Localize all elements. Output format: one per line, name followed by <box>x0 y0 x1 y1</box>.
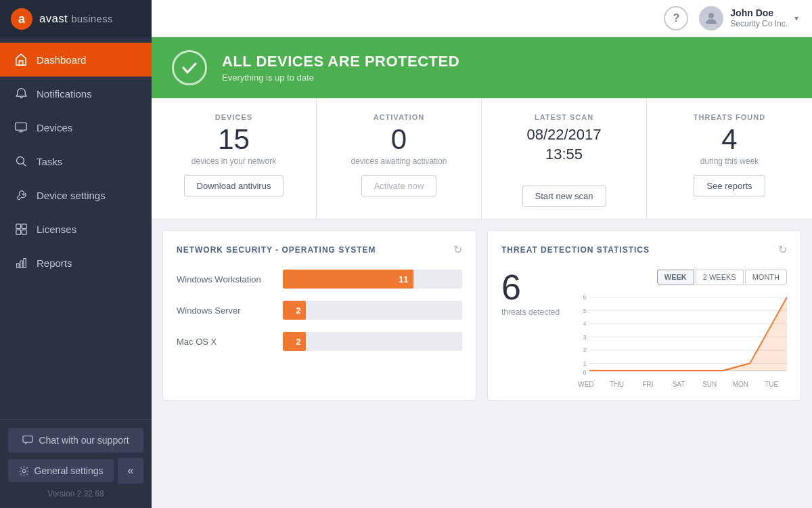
stat-card-threats: THREATS FOUND 4 during this week See rep… <box>647 98 812 219</box>
check-circle <box>172 50 207 85</box>
sidebar-item-dashboard[interactable]: Dashboard <box>0 43 152 77</box>
stat-label: ACTIVATION <box>374 113 425 121</box>
svg-text:5: 5 <box>583 307 587 314</box>
activate-now-button[interactable]: Activate now <box>361 175 437 196</box>
collapse-icon: « <box>128 465 134 477</box>
grid-icon <box>14 221 28 236</box>
sidebar-item-reports[interactable]: Reports <box>0 246 152 280</box>
os-label: Windows Workstation <box>177 274 275 284</box>
bar-fill: 2 <box>283 332 306 351</box>
checkmark-icon <box>180 58 199 77</box>
sidebar-item-notifications[interactable]: Notifications <box>0 77 152 110</box>
chat-label: Chat with our support <box>39 435 129 446</box>
home-icon <box>14 52 28 67</box>
stats-row: DEVICES 15 devices in your network Downl… <box>152 98 812 219</box>
person-icon <box>703 10 719 26</box>
start-new-scan-button[interactable]: Start new scan <box>522 186 606 207</box>
main-area: ? John Doe Security Co Inc. ▾ <box>152 0 812 508</box>
collapse-button[interactable]: « <box>118 458 143 484</box>
sidebar-footer: Chat with our support General settings «… <box>0 419 152 508</box>
sidebar-item-tasks[interactable]: Tasks <box>0 144 152 178</box>
tab-month[interactable]: MONTH <box>745 270 787 284</box>
avast-logo-icon: a <box>11 8 32 30</box>
tab-week[interactable]: WEEK <box>657 270 694 284</box>
banner-text: ALL DEVICES ARE PROTECTED Everything is … <box>222 53 459 83</box>
sidebar-item-device-settings[interactable]: Device settings <box>0 178 152 212</box>
general-settings-label: General settings <box>35 465 104 476</box>
os-item-windows-server: Windows Server 2 <box>177 301 462 320</box>
version-text: Version 2.32.68 <box>0 484 152 501</box>
svg-text:4: 4 <box>583 320 587 328</box>
download-antivirus-button[interactable]: Download antivirus <box>184 175 284 196</box>
sidebar-item-label: Devices <box>37 122 72 133</box>
svg-text:2: 2 <box>583 347 587 354</box>
threat-detection-panel: THREAT DETECTION STATISTICS ↻ 6 threats … <box>487 230 801 401</box>
bar-count: 11 <box>399 274 408 284</box>
svg-text:a: a <box>18 12 26 26</box>
sidebar-item-licenses[interactable]: Licenses <box>0 212 152 246</box>
refresh-icon[interactable]: ↻ <box>453 243 462 256</box>
panel-title: NETWORK SECURITY - OPERATING SYSTEM <box>177 245 376 255</box>
gear-icon <box>19 466 29 476</box>
monitor-icon <box>14 120 28 135</box>
logo-bar: a avast business <box>0 0 152 37</box>
svg-rect-11 <box>23 436 32 442</box>
stat-value: 08/22/2017 13:55 <box>526 125 601 164</box>
header: ? John Doe Security Co Inc. ▾ <box>152 0 812 37</box>
threat-sub: threats detected <box>501 308 560 317</box>
see-reports-button[interactable]: See reports <box>694 175 765 196</box>
panel-header: NETWORK SECURITY - OPERATING SYSTEM ↻ <box>177 243 462 256</box>
general-settings-button[interactable]: General settings <box>8 459 114 482</box>
help-button[interactable]: ? <box>664 6 688 30</box>
stat-card-activation: ACTIVATION 0 devices awaiting activation… <box>317 98 482 219</box>
help-icon: ? <box>673 12 679 24</box>
stat-value: 0 <box>391 125 407 154</box>
svg-text:1: 1 <box>583 360 587 367</box>
stat-card-devices: DEVICES 15 devices in your network Downl… <box>152 98 317 219</box>
sidebar-item-label: Device settings <box>37 190 106 201</box>
chart-label-sat: SAT <box>663 381 694 388</box>
panel-title: THREAT DETECTION STATISTICS <box>501 245 650 255</box>
bar-fill: 2 <box>283 301 306 320</box>
tab-2weeks[interactable]: 2 WEEKS <box>696 270 744 284</box>
bar-icon <box>14 255 28 270</box>
bar-count: 2 <box>296 337 300 347</box>
stat-label: THREATS FOUND <box>694 113 765 121</box>
chart-label-mon: MON <box>725 381 757 388</box>
stat-card-latest-scan: LATEST SCAN 08/22/2017 13:55 Start new s… <box>482 98 647 219</box>
user-menu[interactable]: John Doe Security Co Inc. ▾ <box>699 6 798 30</box>
sidebar-item-label: Licenses <box>37 224 76 235</box>
search-icon <box>14 154 28 169</box>
chart-container: WEEK 2 WEEKS MONTH <box>570 270 787 388</box>
chart-label-sun: SUN <box>694 381 725 388</box>
os-item-macosx: Mac OS X 2 <box>177 332 462 351</box>
sidebar-item-label: Tasks <box>37 156 62 167</box>
chart-labels: WED THU FRI SAT SUN MON TUE <box>570 381 787 388</box>
stat-sub: devices awaiting activation <box>351 156 447 166</box>
os-item-windows-workstation: Windows Workstation 11 <box>177 270 462 289</box>
sidebar: a avast business Dashboard <box>0 0 152 508</box>
chat-support-button[interactable]: Chat with our support <box>8 428 143 452</box>
stat-value: 15 <box>218 125 250 154</box>
avatar <box>699 6 723 30</box>
os-label: Windows Server <box>177 305 275 316</box>
stat-value: 4 <box>721 125 737 154</box>
svg-rect-2 <box>16 123 26 130</box>
bar-count: 2 <box>296 305 300 316</box>
sidebar-item-devices[interactable]: Devices <box>0 110 152 144</box>
chat-icon <box>22 436 33 445</box>
chart-label-wed: WED <box>570 381 602 388</box>
wrench-icon <box>14 188 28 203</box>
bar-track: 2 <box>283 301 462 320</box>
banner-title: ALL DEVICES ARE PROTECTED <box>222 53 459 70</box>
refresh-icon[interactable]: ↻ <box>778 243 787 256</box>
svg-rect-6 <box>16 230 20 234</box>
panel-header: THREAT DETECTION STATISTICS ↻ <box>501 243 787 256</box>
chart-area: 6 5 4 3 2 1 0 <box>570 290 787 378</box>
content-area: ALL DEVICES ARE PROTECTED Everything is … <box>152 37 812 508</box>
logo-text: avast business <box>39 12 113 26</box>
threat-number: 6 <box>501 270 560 305</box>
threat-count-block: 6 threats detected <box>501 270 560 317</box>
sidebar-item-label: Dashboard <box>37 54 86 66</box>
svg-rect-8 <box>16 263 18 268</box>
